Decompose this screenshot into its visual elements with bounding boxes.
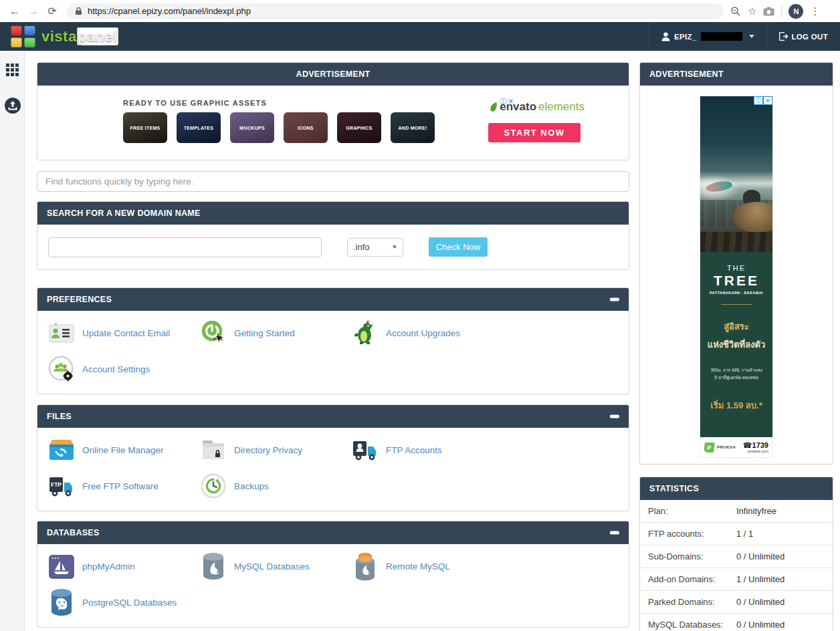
ad-tile[interactable]: ICONS [284, 112, 328, 143]
ad-thai-line2: แห่งชีวิตที่ลงตัว [700, 338, 772, 352]
upload-button[interactable] [0, 92, 25, 119]
pruksa-ad[interactable]: THE TREE PATTANAKARN - EKKAMAI สู่อิสระ … [700, 96, 772, 457]
top-ad-header: ADVERTISEMENT [37, 63, 629, 86]
camera-icon[interactable] [763, 7, 774, 16]
statistics-panel: STATISTICS Plan: Infinityfree FTP accoun… [639, 477, 833, 631]
file-manager-icon [47, 436, 76, 464]
user-dropdown[interactable]: EPIZ_ [649, 22, 766, 51]
chrome-divider [781, 5, 782, 17]
feature-getting-started[interactable]: Getting Started [199, 315, 351, 351]
top-ad-body: READY TO USE GRAPHIC ASSETS FREE ITEMS T… [37, 86, 629, 160]
ad-tile[interactable]: GRAPHICS [337, 112, 381, 143]
feature-update-contact-email[interactable]: Update Contact Email [47, 315, 199, 351]
statistics-table: Plan: Infinityfree FTP accounts: 1 / 1 S… [640, 500, 833, 631]
collapse-icon[interactable] [610, 531, 619, 535]
ad-tile[interactable]: AND MORE! [391, 112, 435, 143]
vistapanel-logo[interactable]: vistapanel [11, 25, 118, 47]
feature-postgresql-databases[interactable]: PostgreSQL Databases [47, 584, 199, 620]
mysql-cylinder-icon [199, 552, 227, 580]
stats-row: Sub-Domains: 0 / Unlimited [640, 545, 833, 568]
zoom-out-icon[interactable] [730, 6, 741, 17]
feature-mysql-databases[interactable]: MySQL Databases [199, 548, 351, 584]
ad-details: 300ม. จาก ARL รามคำแหง 5 นาทีสู่เอกมัย-ท… [700, 366, 772, 381]
username-redaction [701, 32, 742, 41]
svg-text:FTP: FTP [51, 481, 62, 488]
stats-row: Plan: Infinityfree [640, 500, 833, 523]
browser-menu-icon[interactable]: ⋮ [810, 5, 820, 17]
preferences-body: Update Contact Email Getting Started [37, 311, 629, 394]
phpmyadmin-icon [47, 552, 76, 580]
reload-icon[interactable]: ⟳ [43, 5, 62, 17]
url-bar[interactable]: https://cpanel.epizy.com/panel/indexpl.p… [67, 3, 724, 19]
logo-squares-icon [11, 25, 35, 47]
left-sidebar [0, 51, 25, 631]
stats-row: MySQL Databases: 0 / Unlimited [640, 614, 833, 631]
apps-grid-button[interactable] [0, 56, 25, 83]
envato-ad[interactable]: READY TO USE GRAPHIC ASSETS FREE ITEMS T… [86, 99, 594, 150]
url-text[interactable]: https://cpanel.epizy.com/panel/indexpl.p… [88, 6, 251, 16]
feature-free-ftp-software[interactable]: FTP Free FTP Software [47, 468, 199, 504]
feature-phpmyadmin[interactable]: phpMyAdmin [47, 548, 199, 584]
getting-started-icon [199, 319, 227, 347]
user-label: EPIZ_ [674, 33, 696, 41]
brand-text: vistapanel [41, 28, 118, 45]
pruksa-brand: PRUKSA [717, 445, 736, 449]
databases-panel: DATABASES phpMyAdmin [37, 521, 629, 628]
ad-footer-strip: P PRUKSA ☎1739 pruksa.com [700, 437, 772, 457]
adchoices-close-icon[interactable]: ✕ [508, 98, 514, 106]
feature-account-settings[interactable]: Account Settings [47, 351, 199, 387]
browser-avatar[interactable]: N [789, 4, 803, 19]
lock-icon [75, 7, 82, 15]
grid-icon [6, 64, 19, 76]
domain-search-body: .info ▼ Check Now [37, 225, 629, 269]
quick-find-input[interactable] [37, 171, 629, 192]
ad-photo [700, 96, 772, 252]
ad-tile[interactable]: TEMPLATES [177, 112, 221, 143]
feature-directory-privacy[interactable]: Directory Privacy [199, 432, 351, 468]
feature-online-file-manager[interactable]: Online File Manager [47, 432, 199, 468]
ad-title-tree: TREE [700, 273, 772, 289]
adchoices-close-icon[interactable]: ✕ [763, 96, 772, 105]
collapse-icon[interactable] [610, 415, 619, 418]
feature-ftp-accounts[interactable]: FTP Accounts [351, 432, 503, 468]
main-column: ADVERTISEMENT READY TO USE GRAPHIC ASSET… [37, 51, 629, 628]
files-panel: FILES Online File Manager [37, 404, 629, 511]
stats-row: FTP accounts: 1 / 1 [640, 523, 833, 545]
databases-header: DATABASES [37, 521, 629, 544]
tld-select[interactable]: .info ▼ [347, 238, 403, 257]
ad-tile[interactable]: MOCKUPS [230, 112, 274, 143]
ad-phone: ☎1739 [743, 442, 768, 449]
forward-icon[interactable]: → [24, 5, 43, 17]
feature-backups[interactable]: Backups [199, 468, 351, 504]
adchoices-info-icon[interactable]: ⓘ [500, 98, 507, 106]
logout-button[interactable]: LOG OUT [766, 22, 840, 51]
logout-icon [779, 32, 789, 41]
ad-tile[interactable]: FREE ITEMS [123, 112, 167, 143]
bookmark-star-icon[interactable]: ☆ [748, 5, 756, 17]
domain-search-panel: SEARCH FOR A NEW DOMAIN NAME .info ▼ Che… [37, 201, 629, 270]
ad-thai-line1: สู่อิสระ [700, 320, 772, 334]
domain-name-input[interactable] [48, 237, 322, 257]
tld-selected: .info [353, 242, 370, 252]
feature-account-upgrades[interactable]: Account Upgrades [351, 315, 503, 351]
start-now-button[interactable]: START NOW [488, 123, 581, 142]
stats-row: Add-on Domains: 1 / Unlimited [640, 568, 833, 591]
feature-remote-mysql[interactable]: Remote MySQL [351, 548, 503, 584]
back-icon[interactable]: ← [5, 5, 24, 17]
ad-choices: ⓘ ✕ [500, 98, 514, 106]
chevron-down-icon [749, 35, 754, 38]
check-now-button[interactable]: Check Now [429, 237, 488, 257]
top-ad-panel: ADVERTISEMENT READY TO USE GRAPHIC ASSET… [37, 62, 629, 160]
browser-chrome: ← → ⟳ https://cpanel.epizy.com/panel/ind… [0, 0, 840, 22]
postgresql-icon [47, 588, 76, 616]
collapse-icon[interactable] [610, 298, 619, 301]
side-ad-body: THE TREE PATTANAKARN - EKKAMAI สู่อิสระ … [640, 86, 833, 464]
statistics-header: STATISTICS [640, 477, 833, 500]
ftp-truck-icon: FTP [47, 472, 76, 500]
files-body: Online File Manager Directory Privacy [37, 428, 629, 511]
dragon-icon [351, 319, 379, 347]
preferences-header: PREFERENCES [37, 288, 629, 311]
adchoices-info-icon[interactable]: ⓘ [754, 96, 763, 105]
upload-icon [4, 97, 21, 114]
ad-title-the: THE [700, 264, 772, 272]
